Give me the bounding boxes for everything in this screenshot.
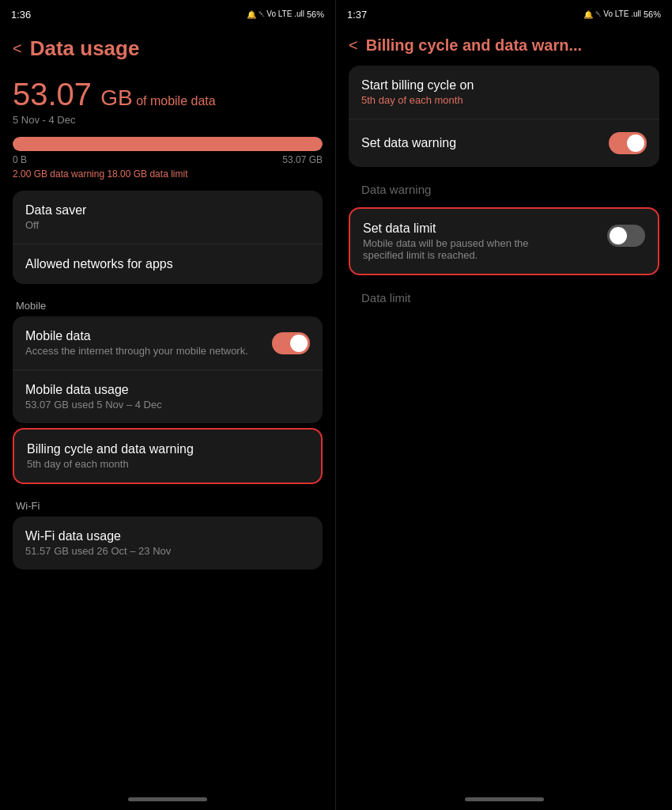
- data-saver-item[interactable]: Data saver Off: [13, 191, 323, 244]
- mobile-data-title: Mobile data: [25, 329, 248, 343]
- set-data-warning-toggle[interactable]: [609, 132, 647, 154]
- right-screen: 1:37 🔔 ␡ Vo LTE .ull 56% < Billing cycle…: [336, 0, 672, 810]
- wifi-data-usage-item[interactable]: Wi-Fi data usage 51.57 GB used 26 Oct – …: [13, 517, 323, 570]
- data-warning-label: Data warning: [349, 172, 659, 207]
- wifi-data-usage-title: Wi-Fi data usage: [25, 529, 171, 543]
- progress-label-start: 0 B: [13, 154, 27, 165]
- billing-settings-card: Start billing cycle on 5th day of each m…: [349, 66, 659, 167]
- alarm-icon: 🔔: [247, 10, 256, 19]
- wifi-settings-card: Wi-Fi data usage 51.57 GB used 26 Oct – …: [13, 517, 323, 570]
- toggle-knob-limit: [610, 227, 627, 244]
- billing-cycle-item[interactable]: Billing cycle and data warning 5th day o…: [14, 430, 321, 483]
- start-billing-title: Start billing cycle on: [361, 78, 474, 93]
- data-warning-text: 2.00 GB data warning 18.00 GB data limit: [13, 168, 323, 180]
- billing-cycle-card[interactable]: Billing cycle and data warning 5th day o…: [13, 428, 323, 484]
- set-data-limit-title: Set data limit: [363, 221, 607, 236]
- content-left: 53.07 GB of mobile data 5 Nov - 4 Dec 0 …: [0, 72, 335, 788]
- header-left: < Data usage: [0, 28, 335, 72]
- header-right: < Billing cycle and data warn...: [336, 28, 672, 66]
- time-right: 1:37: [347, 9, 367, 21]
- status-icons-left: 🔔 ␡ Vo LTE .ull 56%: [247, 9, 324, 19]
- set-data-limit-card[interactable]: Set data limit Mobile data will be pause…: [349, 207, 659, 275]
- wifi-data-usage-subtitle: 51.57 GB used 26 Oct – 23 Nov: [25, 545, 171, 557]
- main-settings-card: Data saver Off Allowed networks for apps: [13, 191, 323, 284]
- time-left: 1:36: [11, 9, 31, 21]
- progress-label-end: 53.07 GB: [282, 154, 323, 165]
- battery-left: 56%: [307, 9, 324, 19]
- data-progress-bar: [13, 137, 323, 151]
- status-icons-right: 🔔 ␡ Vo LTE .ull 56%: [583, 9, 661, 19]
- signal-icons: ␡ Vo LTE .ull: [259, 9, 304, 19]
- set-data-warning-item[interactable]: Set data warning: [349, 119, 659, 167]
- billing-cycle-subtitle: 5th day of each month: [27, 458, 194, 470]
- progress-labels: 0 B 53.07 GB: [13, 154, 323, 165]
- nav-bar-left: [0, 788, 335, 810]
- mobile-data-usage-title: Mobile data usage: [25, 383, 162, 397]
- start-billing-item[interactable]: Start billing cycle on 5th day of each m…: [349, 66, 659, 119]
- data-limit-label: Data limit: [349, 280, 659, 316]
- alarm-icon-right: 🔔: [583, 10, 593, 19]
- mobile-data-usage-subtitle: 53.07 GB used 5 Nov – 4 Dec: [25, 399, 162, 411]
- nav-bar-right: [336, 788, 672, 810]
- set-data-warning-title: Set data warning: [361, 136, 456, 150]
- data-amount-suffix: of mobile data: [136, 94, 216, 108]
- signal-icons-right: ␡ Vo LTE .ull: [595, 9, 641, 19]
- data-saver-title: Data saver: [25, 203, 86, 218]
- start-billing-subtitle: 5th day of each month: [361, 94, 474, 106]
- page-title-right: Billing cycle and data warn...: [366, 36, 582, 55]
- content-right: Start billing cycle on 5th day of each m…: [336, 66, 672, 788]
- battery-right: 56%: [644, 9, 661, 19]
- section-mobile-label: Mobile: [13, 289, 323, 316]
- nav-pill-right: [465, 797, 544, 801]
- set-data-limit-description: Mobile data will be paused when the spec…: [363, 237, 553, 261]
- data-amount-number: 53.07 GB: [13, 77, 133, 112]
- data-amount-display: 53.07 GB of mobile data: [13, 77, 323, 112]
- set-data-limit-toggle[interactable]: [607, 225, 645, 247]
- toggle-knob: [290, 335, 308, 352]
- mobile-data-usage-item[interactable]: Mobile data usage 53.07 GB used 5 Nov – …: [13, 370, 323, 423]
- data-amount-section: 53.07 GB of mobile data 5 Nov - 4 Dec: [13, 72, 323, 127]
- section-wifi-label: Wi-Fi: [13, 489, 323, 517]
- status-bar-right: 1:37 🔔 ␡ Vo LTE .ull 56%: [336, 0, 672, 28]
- toggle-knob-warning: [627, 134, 644, 152]
- set-data-limit-item[interactable]: Set data limit Mobile data will be pause…: [350, 209, 658, 274]
- mobile-data-toggle[interactable]: [272, 332, 310, 354]
- back-button-left[interactable]: <: [13, 40, 22, 58]
- allowed-networks-title: Allowed networks for apps: [25, 257, 173, 271]
- page-title-left: Data usage: [30, 36, 140, 61]
- status-bar-left: 1:36 🔔 ␡ Vo LTE .ull 56%: [0, 0, 335, 28]
- back-button-right[interactable]: <: [349, 36, 358, 55]
- allowed-networks-item[interactable]: Allowed networks for apps: [13, 244, 323, 284]
- data-saver-subtitle: Off: [25, 219, 86, 231]
- mobile-data-item[interactable]: Mobile data Access the internet through …: [13, 316, 323, 370]
- mobile-settings-card: Mobile data Access the internet through …: [13, 316, 323, 423]
- billing-cycle-title: Billing cycle and data warning: [27, 442, 194, 456]
- left-screen: 1:36 🔔 ␡ Vo LTE .ull 56% < Data usage 53…: [0, 0, 336, 810]
- progress-fill: [13, 137, 323, 151]
- mobile-data-subtitle: Access the internet through your mobile …: [25, 345, 248, 357]
- data-date-range: 5 Nov - 4 Dec: [13, 114, 323, 126]
- nav-pill-left: [128, 797, 207, 801]
